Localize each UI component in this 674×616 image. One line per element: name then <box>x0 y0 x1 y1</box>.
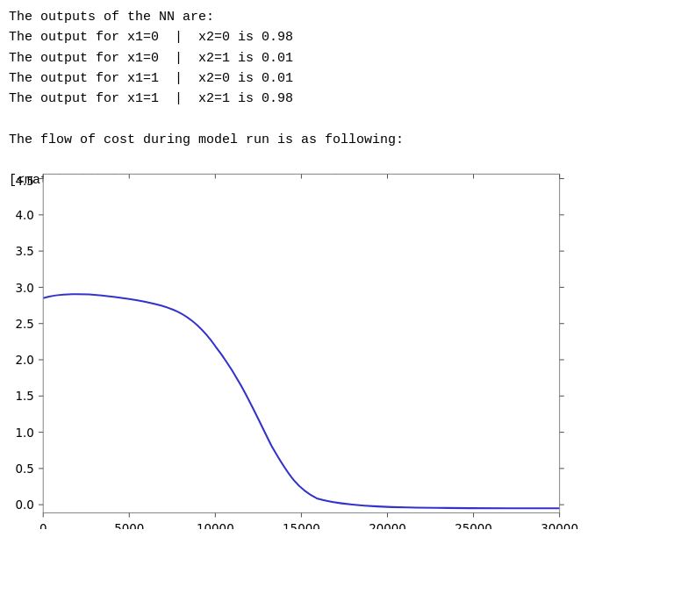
plot-area <box>43 175 559 513</box>
chart-svg: 0.0 0.5 1.0 1.5 2.0 2.5 3.0 3.5 4.0 4.5 <box>9 197 570 522</box>
x-label-15k: 15000 <box>283 522 320 529</box>
y-label-05: 0.5 <box>16 462 34 476</box>
y-label-10: 1.0 <box>16 426 34 440</box>
y-label-25: 2.5 <box>16 318 34 331</box>
y-label-35: 3.5 <box>16 246 34 259</box>
y-label-20: 2.0 <box>16 354 34 367</box>
y-label-45: 4.5 <box>16 175 34 188</box>
x-label-5k: 5000 <box>114 522 144 529</box>
x-label-25k: 25000 <box>455 522 492 529</box>
y-label-0: 0.0 <box>16 499 34 512</box>
output-lines: The outputs of the NN are: The output fo… <box>9 7 665 190</box>
x-label-30k: 30000 <box>541 522 578 529</box>
x-label-20k: 20000 <box>369 522 406 529</box>
y-label-30: 3.0 <box>16 282 34 295</box>
x-label-0: 0 <box>39 522 47 529</box>
y-label-15: 1.5 <box>16 390 34 404</box>
console-output: The outputs of the NN are: The output fo… <box>9 7 665 190</box>
y-label-40: 4.0 <box>16 209 34 222</box>
cost-chart: 0.0 0.5 1.0 1.5 2.0 2.5 3.0 3.5 4.0 4.5 <box>9 197 570 522</box>
x-label-10k: 10000 <box>197 522 234 529</box>
